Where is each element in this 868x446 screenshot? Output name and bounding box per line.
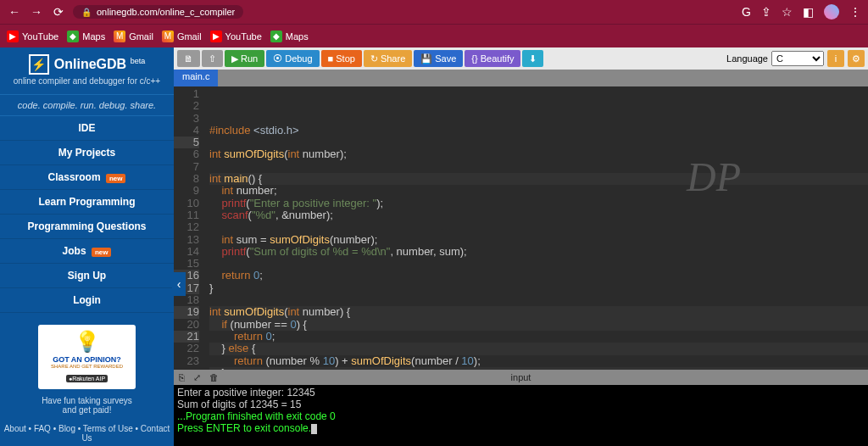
translate-icon[interactable]: G — [742, 5, 751, 19]
gmail-icon: M — [162, 31, 174, 42]
bookmarks-bar: ▶YouTube◆MapsMGmailMGmail▶YouTube◆Maps — [0, 24, 868, 47]
tab-bar: main.c — [174, 70, 868, 86]
console-output[interactable]: Enter a positive integer: 12345Sum of di… — [174, 385, 868, 446]
logo[interactable]: ⚡ OnlineGDB beta — [29, 54, 145, 75]
settings-button[interactable]: ⚙ — [848, 50, 865, 67]
code-line[interactable]: return 0; — [209, 331, 868, 343]
forward-button[interactable]: → — [29, 5, 44, 19]
editor-toolbar: 🗎 ⇧ ▶ Run ⦿ Debug ■ Stop ↻ Share 💾 Save … — [174, 47, 868, 70]
nav-ide[interactable]: IDE — [0, 116, 174, 141]
maps-icon: ◆ — [270, 31, 282, 42]
bookmark-item[interactable]: ▶YouTube — [210, 31, 262, 42]
code-line[interactable]: int sumOfDigits(int number); — [209, 148, 868, 160]
code-line[interactable]: printf("Sum of digits of %d = %d\n", num… — [209, 246, 868, 258]
file-tab[interactable]: main.c — [174, 70, 218, 86]
lock-icon: 🔒 — [81, 8, 92, 17]
nav-my-projects[interactable]: My Projects — [0, 141, 174, 165]
debug-button[interactable]: ⦿ Debug — [266, 50, 319, 67]
code-line[interactable]: int number; — [209, 185, 868, 197]
code-line[interactable]: if (number == 0) { — [209, 319, 868, 331]
code-line[interactable]: int sum = sumOfDigits(number); — [209, 234, 868, 246]
logo-icon: ⚡ — [29, 54, 49, 75]
bulb-icon: 💡 — [42, 330, 132, 354]
console-label: input — [511, 372, 531, 382]
code-line[interactable]: int sumOfDigits(int number) { — [209, 306, 868, 318]
code-line[interactable]: } else { — [209, 343, 868, 354]
nav-login[interactable]: Login — [0, 288, 174, 313]
code-line[interactable] — [209, 137, 868, 148]
info-button[interactable]: i — [827, 50, 844, 67]
code-line[interactable]: return (number % 10) + sumOfDigits(numbe… — [209, 355, 868, 367]
code-line[interactable]: return 0; — [209, 270, 868, 282]
nav-programming-questions[interactable]: Programming Questions — [0, 215, 174, 239]
ad-text: Have fun taking surveysand get paid! — [0, 394, 174, 416]
console-trash-icon[interactable]: 🗑 — [209, 372, 219, 382]
address-bar[interactable]: 🔒 onlinegdb.com/online_c_compiler — [73, 5, 243, 19]
tagline: online compiler and debugger for c/c++ — [0, 76, 174, 86]
maps-icon: ◆ — [67, 31, 79, 42]
code-line[interactable] — [209, 258, 868, 270]
console-copy-icon[interactable]: ⎘ — [179, 372, 185, 382]
url-text: onlinegdb.com/online_c_compiler — [97, 7, 235, 17]
code-editor[interactable]: 1234567891011121314151617181920212223 DP… — [174, 86, 868, 370]
code-line[interactable]: scanf("%d", &number); — [209, 209, 868, 221]
bookmark-star-icon[interactable]: ☆ — [782, 5, 793, 19]
share-button[interactable]: ↻ Share — [364, 50, 412, 67]
collapse-sidebar-button[interactable]: ‹ — [172, 272, 186, 296]
nav-learn-programming[interactable]: Learn Programming — [0, 190, 174, 215]
bookmark-item[interactable]: ◆Maps — [67, 31, 105, 42]
code-line[interactable]: #include <stdio.h> — [209, 125, 868, 137]
bookmark-item[interactable]: ▶YouTube — [7, 31, 58, 42]
profile-avatar[interactable] — [824, 4, 839, 20]
extensions-icon[interactable]: ◧ — [803, 5, 814, 19]
share-icon[interactable]: ⇪ — [761, 5, 771, 19]
reload-button[interactable]: ⟳ — [51, 5, 66, 19]
download-button[interactable]: ⬇ — [522, 50, 543, 67]
browser-nav-bar: ← → ⟳ 🔒 onlinegdb.com/online_c_compiler … — [0, 0, 868, 24]
code-line[interactable]: int main() { — [209, 173, 868, 185]
nav-sign-up[interactable]: Sign Up — [0, 264, 174, 288]
language-label: Language — [726, 53, 768, 64]
code-line[interactable] — [209, 294, 868, 306]
code-line[interactable] — [209, 221, 868, 233]
yt-icon: ▶ — [210, 31, 222, 42]
nav-jobs[interactable]: Jobs new — [0, 239, 174, 264]
bookmark-item[interactable]: ◆Maps — [270, 31, 309, 42]
upload-button[interactable]: ⇧ — [202, 50, 223, 67]
nav-classroom[interactable]: Classroom new — [0, 165, 174, 190]
back-button[interactable]: ← — [7, 5, 22, 19]
code-line[interactable]: printf("Enter a positive integer: "); — [209, 198, 868, 209]
code-line[interactable]: } — [209, 282, 868, 294]
bookmark-item[interactable]: MGmail — [162, 31, 202, 42]
save-button[interactable]: 💾 Save — [414, 50, 463, 67]
motto: code. compile. run. debug. share. — [0, 94, 174, 116]
footer-links[interactable]: About • FAQ • Blog • Terms of Use • Cont… — [0, 421, 174, 446]
menu-icon[interactable]: ⋮ — [849, 5, 861, 19]
new-file-button[interactable]: 🗎 — [177, 50, 200, 67]
sidebar: ⚡ OnlineGDB beta online compiler and deb… — [0, 47, 174, 446]
ad-banner[interactable]: 💡 GOT AN OPINION? SHARE AND GET REWARDED… — [38, 325, 136, 389]
console-toolbar: ⎘ ⤢ 🗑 input — [174, 370, 868, 385]
run-button[interactable]: ▶ Run — [225, 50, 264, 67]
gmail-icon: M — [114, 31, 125, 42]
beautify-button[interactable]: {} Beautify — [465, 50, 520, 67]
language-select[interactable]: C — [771, 51, 824, 66]
yt-icon: ▶ — [7, 31, 19, 42]
code-line[interactable] — [209, 161, 868, 173]
bookmark-item[interactable]: MGmail — [114, 31, 153, 42]
console-expand-icon[interactable]: ⤢ — [193, 372, 201, 383]
stop-button[interactable]: ■ Stop — [321, 50, 362, 67]
